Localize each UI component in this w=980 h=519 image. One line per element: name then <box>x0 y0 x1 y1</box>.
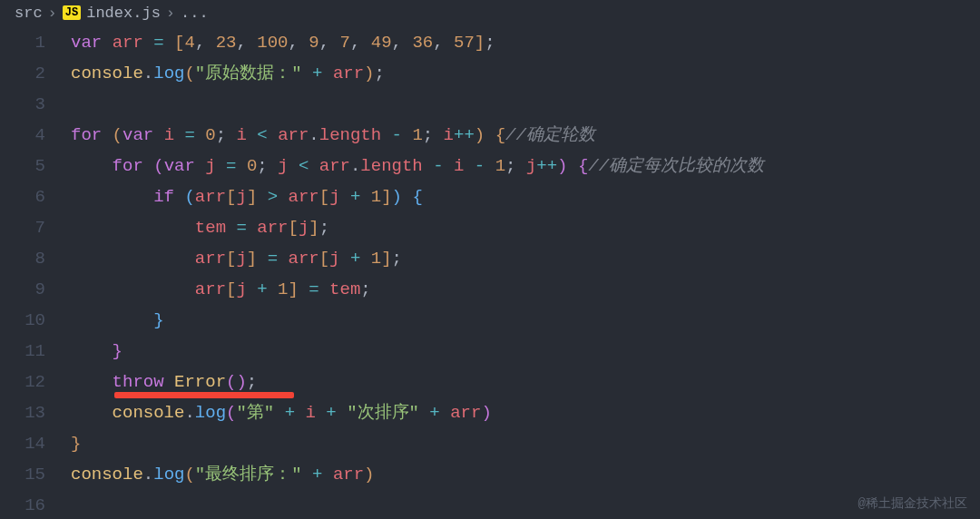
code-area[interactable]: var arr = [4, 23, 100, 9, 7, 49, 36, 57]… <box>71 27 980 519</box>
code-line[interactable]: } <box>71 336 980 367</box>
code-line[interactable]: console.log("第" + i + "次排序" + arr) <box>71 397 980 428</box>
code-line[interactable]: } <box>71 305 980 336</box>
line-number: 4 <box>0 120 45 151</box>
code-line[interactable] <box>71 89 980 120</box>
code-line[interactable]: console.log("原始数据：" + arr); <box>71 58 980 89</box>
code-line[interactable]: if (arr[j] > arr[j + 1]) { <box>71 181 980 212</box>
code-line[interactable]: console.log("最终排序：" + arr) <box>71 459 980 490</box>
watermark-text: @稀土掘金技术社区 <box>858 495 967 512</box>
chevron-right-icon: › <box>48 5 57 22</box>
chevron-right-icon: › <box>166 5 175 22</box>
code-line[interactable]: } <box>71 428 980 459</box>
code-line[interactable]: for (var j = 0; j < arr.length - i - 1; … <box>71 151 980 181</box>
highlight-underline <box>114 392 294 398</box>
line-number: 5 <box>0 151 45 181</box>
line-number: 8 <box>0 243 45 274</box>
line-number: 10 <box>0 305 45 336</box>
line-number: 9 <box>0 274 45 305</box>
code-line[interactable]: for (var i = 0; i < arr.length - 1; i++)… <box>71 120 980 151</box>
line-number: 16 <box>0 490 45 519</box>
code-line[interactable]: arr[j] = arr[j + 1]; <box>71 243 980 274</box>
line-number: 1 <box>0 27 45 58</box>
line-number: 14 <box>0 428 45 459</box>
line-number-gutter: 1 2 3 4 5 6 7 8 9 10 11 12 13 14 15 16 <box>0 27 71 519</box>
line-number: 13 <box>0 397 45 428</box>
breadcrumb-file[interactable]: index.js <box>86 5 161 22</box>
code-line[interactable]: arr[j + 1] = tem; <box>71 274 980 305</box>
code-editor[interactable]: 1 2 3 4 5 6 7 8 9 10 11 12 13 14 15 16 v… <box>0 25 980 519</box>
line-number: 12 <box>0 367 45 397</box>
js-file-icon: JS <box>63 5 81 20</box>
code-line[interactable]: var arr = [4, 23, 100, 9, 7, 49, 36, 57]… <box>71 27 980 58</box>
line-number: 11 <box>0 336 45 367</box>
breadcrumb-symbol[interactable]: ... <box>181 5 209 22</box>
line-number: 2 <box>0 58 45 89</box>
breadcrumb-folder[interactable]: src <box>15 5 43 22</box>
breadcrumb[interactable]: src › JS index.js › ... <box>0 0 980 25</box>
code-line[interactable]: tem = arr[j]; <box>71 212 980 243</box>
line-number: 3 <box>0 89 45 120</box>
line-number: 15 <box>0 459 45 490</box>
line-number: 6 <box>0 181 45 212</box>
line-number: 7 <box>0 212 45 243</box>
